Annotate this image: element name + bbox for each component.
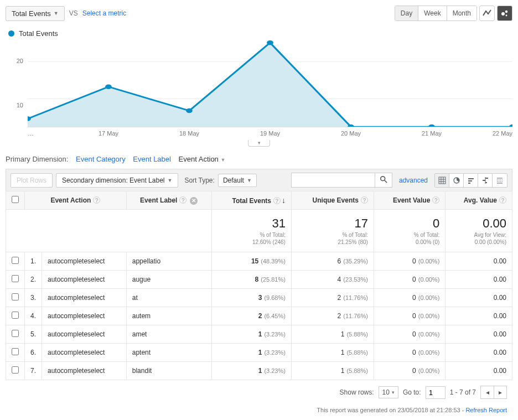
table-row: 7.autocompleteselectblandit1(3.23%)1(5.8… [6,362,512,380]
col-header-event-value[interactable]: Event Value? [374,191,445,210]
sort-type-dropdown[interactable]: Default ▼ [218,174,257,187]
chevron-right-icon: ▸ [499,388,502,396]
advanced-search-link[interactable]: advanced [399,177,428,184]
row-checkbox[interactable] [12,330,19,337]
pagination-range: 1 - 7 of 7 [450,388,476,396]
time-month-button[interactable]: Month [447,6,476,20]
dimension-active[interactable]: Event Action ▼ [179,155,226,163]
goto-page-input[interactable] [426,386,446,399]
row-event-label[interactable]: at [126,289,211,307]
chart-collapse-handle[interactable]: ▾ [248,140,270,147]
row-checkbox[interactable] [12,348,19,355]
show-rows-dropdown[interactable]: 10 ▾ [379,386,398,398]
row-event-action[interactable]: autocompleteselect [42,252,127,271]
x-tick: 17 May [68,130,149,137]
col-header-unique-events[interactable]: Unique Events? [291,191,374,210]
help-icon[interactable]: ? [361,196,368,204]
row-event-action[interactable]: autocompleteselect [42,362,127,380]
row-avg-value: 0.00 [446,344,512,362]
help-icon[interactable]: ? [273,197,281,204]
help-icon[interactable]: ? [432,196,439,204]
row-checkbox[interactable] [12,293,19,300]
view-comparison-icon[interactable] [478,174,493,187]
svg-point-0 [501,12,505,15]
x-tick: 22 May [472,130,512,137]
row-index: 2. [25,271,42,289]
row-event-action[interactable]: autocompleteselect [42,271,127,289]
vs-label: VS [69,9,78,17]
col-header-avg-value[interactable]: Avg. Value? [446,191,512,210]
row-event-value: 0(0.00%) [374,325,445,344]
plot-rows-button: Plot Rows [11,173,53,188]
col-header-event-label[interactable]: Event Label?✕ [126,191,211,210]
report-footer: This report was generated on 23/05/2018 … [6,405,512,419]
row-total-events: 3(9.68%) [211,289,291,307]
svg-rect-20 [468,180,472,182]
svg-marker-3 [28,43,512,127]
help-icon[interactable]: ? [499,196,506,204]
pagination-row: Show rows: 10 ▾ Go to: 1 - 7 of 7 ◂ ▸ [6,380,512,405]
show-rows-value: 10 [382,388,390,396]
col-header-event-action[interactable]: Event Action? [25,191,127,210]
dimension-event-label-link[interactable]: Event Label [133,155,171,163]
view-pie-icon[interactable] [449,174,464,187]
row-checkbox[interactable] [12,366,19,374]
search-input[interactable] [292,173,375,187]
row-event-label[interactable]: blandit [126,362,211,380]
row-event-label[interactable]: amet [126,325,211,344]
view-pivot-icon[interactable] [493,174,507,187]
select-metric-link[interactable]: Select a metric [82,9,126,17]
row-avg-value: 0.00 [446,307,512,325]
row-event-action[interactable]: autocompleteselect [42,307,127,325]
view-table-icon[interactable] [435,174,449,187]
prev-page-button[interactable]: ◂ [480,386,494,399]
svg-rect-21 [468,183,470,184]
row-checkbox[interactable] [12,275,19,282]
time-week-button[interactable]: Week [418,6,447,20]
help-icon[interactable]: ? [93,196,100,204]
remove-secondary-dimension-icon[interactable]: ✕ [190,197,198,205]
row-checkbox[interactable] [12,312,19,319]
search-box [291,173,392,188]
chart-svg [28,39,512,127]
col-header-total-events[interactable]: Total Events?↓ [211,191,291,210]
svg-rect-13 [439,177,446,184]
next-page-button[interactable]: ▸ [494,386,507,399]
metric-dropdown[interactable]: Total Events ▼ [6,6,65,21]
search-button[interactable] [375,173,392,187]
row-event-value: 0(0.00%) [374,289,445,307]
row-event-label[interactable]: augue [126,271,211,289]
select-all-checkbox[interactable] [12,196,19,203]
row-event-value: 0(0.00%) [374,362,445,380]
goto-label: Go to: [403,388,421,396]
dimension-event-category-link[interactable]: Event Category [76,155,126,163]
svg-point-1 [505,11,507,13]
row-checkbox[interactable] [12,257,19,264]
chevron-left-icon: ◂ [486,388,489,396]
row-total-events: 1(3.23%) [211,344,291,362]
help-icon[interactable]: ? [179,196,187,204]
chart-area: 20 10 [6,39,512,127]
caret-down-icon: ▼ [247,178,252,183]
row-event-action[interactable]: autocompleteselect [42,325,127,344]
row-event-action[interactable]: autocompleteselect [42,289,127,307]
row-event-label[interactable]: aptent [126,344,211,362]
motion-chart-icon-button[interactable] [497,6,512,21]
row-event-label[interactable]: appellatio [126,252,211,271]
refresh-report-link[interactable]: Refresh Report [465,407,507,413]
x-tick: 18 May [149,130,230,137]
time-day-button[interactable]: Day [395,6,418,20]
row-unique-events: 1(5.88%) [291,344,374,362]
caret-down-icon: ▼ [220,157,225,163]
chart-y-axis: 20 10 [6,39,28,127]
caret-down-icon: ▼ [54,11,59,16]
row-event-action[interactable]: autocompleteselect [42,344,127,362]
secondary-dimension-dropdown[interactable]: Secondary dimension: Event Label ▼ [56,173,178,188]
secondary-dimension-label: Secondary dimension: Event Label [62,177,164,184]
view-bar-icon[interactable] [464,174,478,187]
table-row: 4.autocompleteselectautem2(6.45%)2(11.76… [6,307,512,325]
table-row: 6.autocompleteselectaptent1(3.23%)1(5.88… [6,344,512,362]
x-tick: … [28,130,68,137]
row-event-label[interactable]: autem [126,307,211,325]
line-chart-icon-button[interactable] [479,6,495,21]
